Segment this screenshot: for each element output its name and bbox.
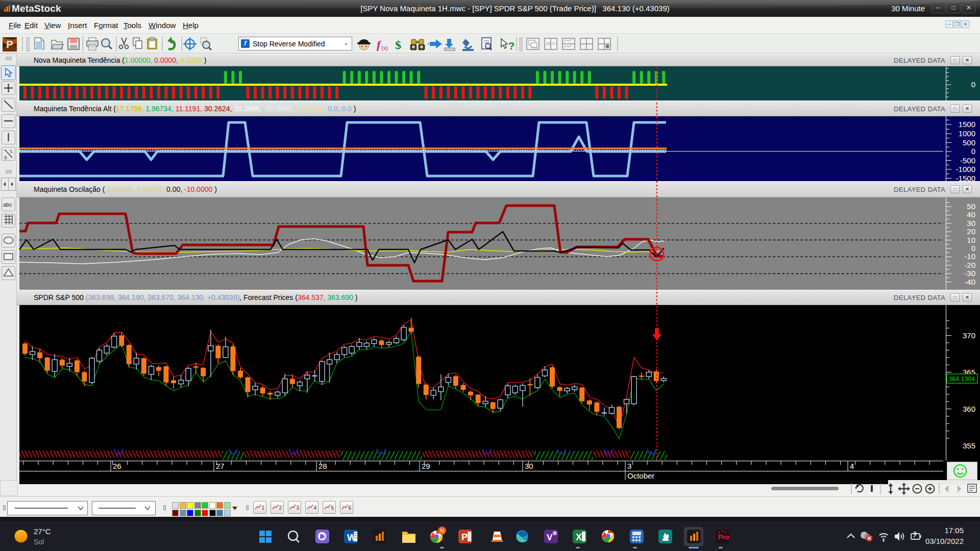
svg-text:27°C: 27°C (34, 527, 51, 536)
svg-text:Sol: Sol (34, 538, 44, 546)
svg-text:17:05: 17:05 (944, 526, 964, 535)
svg-text:N: N (440, 528, 444, 534)
svg-text:V: V (547, 533, 553, 542)
svg-text:X: X (576, 532, 582, 542)
svg-text:03/10/2022: 03/10/2022 (925, 537, 964, 545)
svg-text:Pro: Pro (718, 533, 729, 541)
svg-text:P: P (461, 532, 468, 542)
